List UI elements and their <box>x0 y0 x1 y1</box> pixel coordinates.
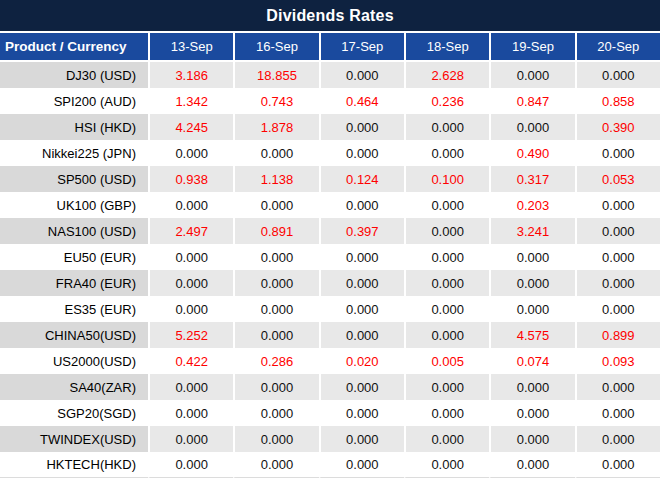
value-cell: 4.245 <box>148 114 233 140</box>
value-cell: 0.074 <box>489 348 574 374</box>
value-cell: 0.000 <box>404 296 489 322</box>
value-cell: 0.000 <box>489 270 574 296</box>
value-cell: 0.390 <box>575 114 660 140</box>
value-cell: 3.241 <box>489 218 574 244</box>
product-cell: SPI200 (AUD) <box>0 88 148 114</box>
value-cell: 0.000 <box>148 374 233 400</box>
value-cell: 0.000 <box>319 452 404 478</box>
value-cell: 0.317 <box>489 166 574 192</box>
product-cell: HKTECH(HKD) <box>0 452 148 478</box>
value-cell: 0.000 <box>319 374 404 400</box>
product-cell: ES35 (EUR) <box>0 296 148 322</box>
value-cell: 0.020 <box>319 348 404 374</box>
value-cell: 3.186 <box>148 62 233 88</box>
value-cell: 0.000 <box>148 140 233 166</box>
value-cell: 0.000 <box>404 400 489 426</box>
value-cell: 0.000 <box>148 270 233 296</box>
product-cell: EU50 (EUR) <box>0 244 148 270</box>
value-cell: 0.000 <box>233 140 318 166</box>
product-cell: CHINA50(USD) <box>0 322 148 348</box>
table-row: CHINA50(USD)5.2520.0000.0000.0004.5750.8… <box>0 322 660 348</box>
value-cell: 0.000 <box>404 192 489 218</box>
title-bar: Dividends Rates <box>0 0 660 31</box>
value-cell: 1.878 <box>233 114 318 140</box>
table-row: NAS100 (USD)2.4970.8910.3970.0003.2410.0… <box>0 218 660 244</box>
value-cell: 0.100 <box>404 166 489 192</box>
column-header-product-currency: Product / Currency <box>0 33 148 62</box>
column-header-date: 20-Sep <box>575 33 660 62</box>
column-header-date: 16-Sep <box>233 33 318 62</box>
dividends-table: Product / Currency13-Sep16-Sep17-Sep18-S… <box>0 33 660 478</box>
value-cell: 0.000 <box>489 426 574 452</box>
value-cell: 2.628 <box>404 62 489 88</box>
value-cell: 0.236 <box>404 88 489 114</box>
table-row: FRA40 (EUR)0.0000.0000.0000.0000.0000.00… <box>0 270 660 296</box>
value-cell: 0.858 <box>575 88 660 114</box>
value-cell: 2.497 <box>148 218 233 244</box>
value-cell: 0.000 <box>148 244 233 270</box>
value-cell: 0.000 <box>575 218 660 244</box>
column-header-date: 17-Sep <box>319 33 404 62</box>
value-cell: 1.138 <box>233 166 318 192</box>
value-cell: 0.000 <box>404 452 489 478</box>
value-cell: 0.053 <box>575 166 660 192</box>
value-cell: 0.000 <box>319 140 404 166</box>
value-cell: 0.847 <box>489 88 574 114</box>
value-cell: 0.093 <box>575 348 660 374</box>
value-cell: 0.203 <box>489 192 574 218</box>
value-cell: 0.000 <box>404 374 489 400</box>
value-cell: 4.575 <box>489 322 574 348</box>
table-row: DJ30 (USD)3.18618.8550.0002.6280.0000.00… <box>0 62 660 88</box>
table-row: EU50 (EUR)0.0000.0000.0000.0000.0000.000 <box>0 244 660 270</box>
value-cell: 0.000 <box>233 192 318 218</box>
value-cell: 0.000 <box>319 244 404 270</box>
value-cell: 0.422 <box>148 348 233 374</box>
value-cell: 1.342 <box>148 88 233 114</box>
product-cell: SGP20(SGD) <box>0 400 148 426</box>
value-cell: 0.000 <box>489 62 574 88</box>
value-cell: 0.000 <box>319 114 404 140</box>
product-cell: Nikkei225 (JPN) <box>0 140 148 166</box>
value-cell: 0.000 <box>319 62 404 88</box>
table-row: ES35 (EUR)0.0000.0000.0000.0000.0000.000 <box>0 296 660 322</box>
table-row: SPI200 (AUD)1.3420.7430.4640.2360.8470.8… <box>0 88 660 114</box>
value-cell: 0.000 <box>319 270 404 296</box>
value-cell: 0.000 <box>319 322 404 348</box>
table-body: DJ30 (USD)3.18618.8550.0002.6280.0000.00… <box>0 62 660 478</box>
value-cell: 0.490 <box>489 140 574 166</box>
product-cell: SA40(ZAR) <box>0 374 148 400</box>
value-cell: 5.252 <box>148 322 233 348</box>
table-row: HKTECH(HKD)0.0000.0000.0000.0000.0000.00… <box>0 452 660 478</box>
value-cell: 0.743 <box>233 88 318 114</box>
table-row: SGP20(SGD)0.0000.0000.0000.0000.0000.000 <box>0 400 660 426</box>
value-cell: 0.000 <box>404 140 489 166</box>
column-header-date: 18-Sep <box>404 33 489 62</box>
value-cell: 18.855 <box>233 62 318 88</box>
value-cell: 0.000 <box>575 426 660 452</box>
value-cell: 0.005 <box>404 348 489 374</box>
value-cell: 0.000 <box>148 400 233 426</box>
value-cell: 0.000 <box>319 296 404 322</box>
value-cell: 0.000 <box>404 218 489 244</box>
dividends-rates-panel: Dividends Rates Product / Currency13-Sep… <box>0 0 660 478</box>
value-cell: 0.000 <box>575 296 660 322</box>
value-cell: 0.000 <box>575 192 660 218</box>
value-cell: 0.000 <box>233 452 318 478</box>
product-cell: SP500 (USD) <box>0 166 148 192</box>
value-cell: 0.000 <box>233 322 318 348</box>
value-cell: 0.000 <box>404 244 489 270</box>
value-cell: 0.000 <box>233 426 318 452</box>
value-cell: 0.000 <box>404 426 489 452</box>
value-cell: 0.000 <box>489 244 574 270</box>
table-row: TWINDEX(USD)0.0000.0000.0000.0000.0000.0… <box>0 426 660 452</box>
value-cell: 0.000 <box>319 426 404 452</box>
value-cell: 0.000 <box>148 296 233 322</box>
value-cell: 0.000 <box>575 374 660 400</box>
value-cell: 0.397 <box>319 218 404 244</box>
value-cell: 0.000 <box>233 296 318 322</box>
value-cell: 0.000 <box>575 62 660 88</box>
value-cell: 0.000 <box>575 400 660 426</box>
value-cell: 0.464 <box>319 88 404 114</box>
value-cell: 0.000 <box>575 140 660 166</box>
value-cell: 0.000 <box>148 192 233 218</box>
